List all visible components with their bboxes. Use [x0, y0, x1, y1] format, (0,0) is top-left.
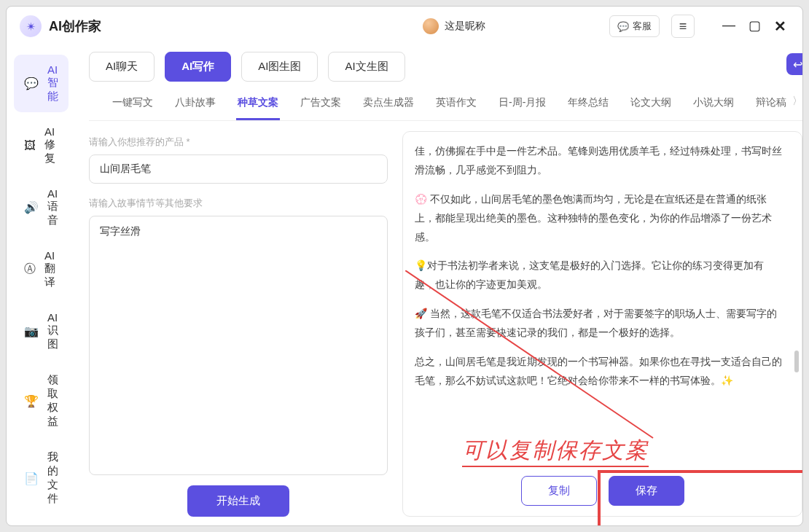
app-title: AI创作家	[49, 17, 101, 35]
chevron-right-icon[interactable]: 〉	[792, 95, 802, 108]
output-p3: 💡对于书法初学者来说，这支笔是极好的入门选择。它让你的练习变得更加有趣，也让你的…	[415, 257, 783, 294]
sidebar-item-benefits[interactable]: 🏆 领取权益	[14, 364, 69, 437]
output-p4: 🚀 当然，这款毛笔不仅适合书法爱好者，对于需要签字的职场人士、需要写字的孩子们，…	[415, 305, 783, 343]
main-area: ↩ AI聊天 AI写作 AI图生图 AI文生图 一键写文 八卦故事 种草文案 广…	[76, 46, 803, 525]
sidebar-item-ai-translate[interactable]: Ⓐ AI翻译	[14, 240, 69, 298]
chat-bubble-icon: 💬	[24, 77, 39, 90]
logo-icon	[20, 15, 42, 37]
tab-ai-write[interactable]: AI写作	[165, 52, 231, 82]
menu-button[interactable]	[671, 15, 695, 38]
avatar	[423, 18, 439, 34]
file-icon: 📄	[24, 472, 39, 485]
sidebar-item-ai-recognize[interactable]: 📷 AI识图	[14, 302, 69, 360]
generate-button[interactable]: 开始生成	[187, 485, 289, 517]
output-p2: 💮 不仅如此，山间居毛笔的墨色饱满而均匀，无论是在宣纸还是在普通的纸张上，都能呈…	[415, 190, 783, 247]
details-textarea[interactable]	[89, 216, 388, 475]
sub-tab-8[interactable]: 论文大纲	[629, 90, 673, 120]
camera-icon: 📷	[24, 324, 39, 338]
user-chip[interactable]: 这是昵称	[423, 18, 485, 34]
tab-ai-img2img[interactable]: AI图生图	[241, 52, 318, 82]
return-icon: ↩	[793, 58, 802, 71]
scrollbar-thumb[interactable]	[794, 351, 799, 372]
sub-tab-0[interactable]: 一键写文	[111, 90, 155, 120]
product-label: 请输入你想推荐的产品 *	[89, 136, 388, 149]
minimize-button[interactable]: —	[722, 17, 735, 35]
details-label: 请输入故事情节等其他要求	[89, 197, 388, 210]
product-input[interactable]	[89, 154, 388, 184]
output-p1: 佳，仿佛握在手中是一件艺术品。笔锋则选用优质羊毛，经过特殊处理，书写时丝滑流畅，…	[415, 142, 783, 180]
translate-icon: Ⓐ	[24, 262, 36, 277]
sub-tab-4[interactable]: 卖点生成器	[361, 90, 415, 120]
image-icon: 🖼	[24, 139, 36, 152]
close-button[interactable]: ✕	[774, 17, 786, 35]
sub-tab-5[interactable]: 英语作文	[434, 90, 478, 120]
sidebar-item-ai-repair[interactable]: 🖼 AI修复	[14, 117, 69, 174]
sub-tab-10[interactable]: 辩论稿	[754, 90, 788, 120]
maximize-button[interactable]: ▢	[749, 17, 761, 35]
app-window: AI创作家 这是昵称 💬 客服 — ▢ ✕ 💬 AI智能 🖼 AI修复	[6, 6, 803, 526]
chat-icon: 💬	[617, 21, 629, 32]
back-button[interactable]: ↩	[786, 53, 803, 75]
sub-tab-7[interactable]: 年终总结	[566, 90, 610, 120]
sub-tabs: 一键写文 八卦故事 种草文案 广告文案 卖点生成器 英语作文 日-周-月报 年终…	[89, 90, 802, 121]
tab-ai-txt2img[interactable]: AI文生图	[328, 52, 404, 82]
output-text[interactable]: 佳，仿佛握在手中是一件艺术品。笔锋则选用优质羊毛，经过特殊处理，书写时丝滑流畅，…	[415, 142, 790, 464]
sidebar-item-ai-voice[interactable]: 🔊 AI语音	[14, 179, 69, 236]
trophy-icon: 🏆	[24, 394, 39, 408]
output-p5: 总之，山间居毛笔是我近期发现的一个书写神器。如果你也在寻找一支适合自己的毛笔，那…	[415, 353, 783, 391]
sub-tab-1[interactable]: 八卦故事	[173, 90, 217, 120]
sidebar-item-ai-smart[interactable]: 💬 AI智能	[14, 55, 69, 112]
save-button[interactable]: 保存	[609, 476, 684, 506]
form-column: 请输入你想推荐的产品 * 请输入故事情节等其他要求 开始生成	[89, 131, 388, 517]
sub-tab-9[interactable]: 小说大纲	[692, 90, 735, 120]
sub-tab-3[interactable]: 广告文案	[299, 90, 343, 120]
titlebar: AI创作家 这是昵称 💬 客服 — ▢ ✕	[7, 7, 802, 46]
speaker-icon: 🔊	[24, 200, 39, 214]
output-panel: 佳，仿佛握在手中是一件艺术品。笔锋则选用优质羊毛，经过特殊处理，书写时丝滑流畅，…	[402, 131, 802, 517]
sidebar: 💬 AI智能 🖼 AI修复 🔊 AI语音 Ⓐ AI翻译 📷 AI识图	[7, 46, 76, 525]
nickname: 这是昵称	[445, 20, 485, 33]
sub-tab-2[interactable]: 种草文案	[236, 90, 280, 120]
window-controls: — ▢ ✕	[722, 17, 786, 35]
sub-tab-6[interactable]: 日-周-月报	[497, 90, 547, 120]
support-button[interactable]: 💬 客服	[609, 15, 660, 37]
copy-button[interactable]: 复制	[521, 476, 597, 506]
top-tabs: AI聊天 AI写作 AI图生图 AI文生图	[89, 52, 802, 82]
tab-ai-chat[interactable]: AI聊天	[89, 52, 155, 82]
sidebar-item-my-files[interactable]: 📄 我的文件	[14, 442, 69, 515]
